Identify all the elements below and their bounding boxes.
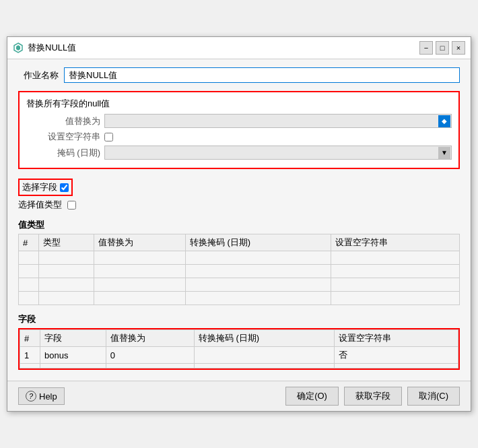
main-window: 替换NULL值 − □ × 作业名称 替换所有字段的null值 值替换为 ◆ <box>7 36 471 412</box>
fields-col-replace: 值替换为 <box>106 330 194 347</box>
fields-col-num: # <box>20 330 40 347</box>
replace-with-input[interactable] <box>104 114 452 128</box>
value-type-table: # 类型 值替换为 转换掩码 (日期) 设置空字符串 <box>18 234 460 305</box>
field-num: 1 <box>20 347 40 364</box>
title-bar-controls: − □ × <box>419 41 465 55</box>
select-options-section: 选择字段 选择值类型 <box>18 179 460 211</box>
value-type-empty-row-4 <box>19 292 460 305</box>
replace-all-title: 替换所有字段的null值 <box>26 98 452 110</box>
fields-table-container: # 字段 值替换为 转换掩码 (日期) 设置空字符串 1 bonus 0 否 <box>18 328 460 370</box>
title-bar-left: 替换NULL值 <box>13 42 76 54</box>
field-empty: 否 <box>335 347 458 364</box>
cancel-button[interactable]: 取消(C) <box>407 387 460 406</box>
select-value-type-label: 选择值类型 <box>18 199 62 211</box>
set-empty-checkbox[interactable] <box>104 133 113 141</box>
title-bar: 替换NULL值 − □ × <box>7 37 471 59</box>
select-value-type-row: 选择值类型 <box>18 199 460 211</box>
help-label: Help <box>39 391 57 402</box>
select-field-label: 选择字段 <box>22 181 57 193</box>
select-field-outline: 选择字段 <box>18 179 73 196</box>
fields-header: 字段 <box>18 313 460 325</box>
replace-with-row: 值替换为 ◆ <box>26 114 452 128</box>
value-type-header: 值类型 <box>18 219 460 231</box>
set-empty-label: 设置空字符串 <box>40 131 100 143</box>
set-empty-row: 设置空字符串 <box>26 131 452 143</box>
col-empty-header: 设置空字符串 <box>331 234 460 251</box>
mask-wrapper: ▼ <box>104 146 452 160</box>
replace-with-label: 值替换为 <box>40 115 100 127</box>
fields-section: 字段 # 字段 值替换为 转换掩码 (日期) 设置空字符串 <box>18 313 460 370</box>
job-name-row: 作业名称 <box>18 67 460 83</box>
replace-with-wrapper: ◆ <box>104 114 452 128</box>
content-area: 作业名称 替换所有字段的null值 值替换为 ◆ 设置空字符串 掩码 (日期) <box>7 59 471 378</box>
field-mask <box>194 347 334 364</box>
field-replace: 0 <box>106 347 194 364</box>
maximize-button[interactable]: □ <box>436 41 449 55</box>
window-icon <box>13 42 24 53</box>
mask-dropdown-arrow[interactable]: ▼ <box>438 147 450 159</box>
confirm-button[interactable]: 确定(O) <box>285 387 339 406</box>
select-value-type-checkbox[interactable] <box>67 201 76 210</box>
job-name-label: 作业名称 <box>18 69 59 82</box>
footer: ? Help 确定(O) 获取字段 取消(C) <box>7 381 471 411</box>
replace-with-arrow[interactable]: ◆ <box>438 115 450 127</box>
value-type-empty-row-1 <box>19 251 460 265</box>
field-name: bonus <box>40 347 106 364</box>
help-icon: ? <box>26 391 36 402</box>
minimize-button[interactable]: − <box>419 41 433 55</box>
value-type-empty-row-3 <box>19 278 460 292</box>
get-fields-button[interactable]: 获取字段 <box>344 387 402 406</box>
col-mask-header: 转换掩码 (日期) <box>185 234 331 251</box>
fields-col-field: 字段 <box>40 330 106 347</box>
mask-row: 掩码 (日期) ▼ <box>26 146 452 160</box>
fields-table: # 字段 值替换为 转换掩码 (日期) 设置空字符串 1 bonus 0 否 <box>20 329 458 369</box>
col-type-header: 类型 <box>39 234 94 251</box>
value-type-section: 值类型 # 类型 值替换为 转换掩码 (日期) 设置空字符串 <box>18 219 460 305</box>
help-button[interactable]: ? Help <box>18 387 65 405</box>
close-button[interactable]: × <box>452 41 465 55</box>
job-name-input[interactable] <box>64 67 460 83</box>
fields-col-empty: 设置空字符串 <box>335 330 458 347</box>
svg-marker-1 <box>16 45 20 51</box>
replace-all-section: 替换所有字段的null值 值替换为 ◆ 设置空字符串 掩码 (日期) ▼ <box>18 91 460 169</box>
col-num-header: # <box>19 234 39 251</box>
table-row-empty <box>20 364 458 369</box>
value-type-empty-row-2 <box>19 265 460 278</box>
col-replace-header: 值替换为 <box>94 234 185 251</box>
fields-col-mask: 转换掩码 (日期) <box>194 330 334 347</box>
select-field-row: 选择字段 <box>18 179 460 196</box>
table-row: 1 bonus 0 否 <box>20 347 458 364</box>
mask-label: 掩码 (日期) <box>40 147 100 159</box>
select-field-checkbox[interactable] <box>60 183 69 192</box>
mask-input[interactable] <box>104 146 452 160</box>
window-title: 替换NULL值 <box>28 42 76 54</box>
